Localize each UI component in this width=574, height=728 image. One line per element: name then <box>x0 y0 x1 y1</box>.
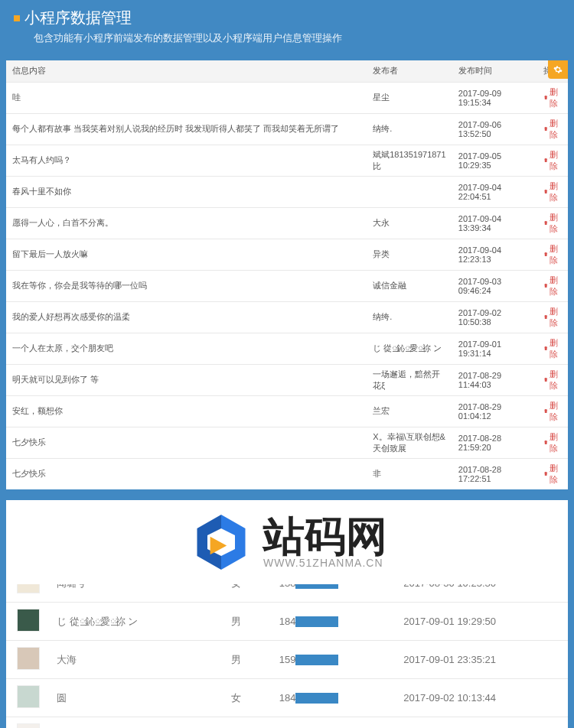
table-row: 每个人都有故事 当我笑着对别人说我的经历时 我发现听得人都笑了 而我却笑着无所谓… <box>6 113 568 145</box>
cell-content: 七夕快乐 <box>6 458 367 489</box>
delete-button[interactable]: 删除 <box>543 86 562 109</box>
table-row: 大海 男 159 2017-09-01 23:35:21 <box>6 641 568 679</box>
settings-button[interactable] <box>548 60 568 79</box>
delete-button[interactable]: 删除 <box>543 306 562 329</box>
cell-content: 我在等你，你会是我等待的哪一位吗 <box>6 270 367 301</box>
trash-icon <box>543 408 548 414</box>
cell-content: 明天就可以见到你了 等 <box>6 364 367 395</box>
delete-button[interactable]: 删除 <box>543 400 562 423</box>
delete-label: 删除 <box>550 180 562 203</box>
cell-gender: 男 <box>220 603 269 641</box>
delete-button[interactable]: 删除 <box>543 463 562 486</box>
trash-icon <box>543 314 548 320</box>
page-title: 小程序数据管理 <box>24 8 132 28</box>
watermark-overlay: 站码网 WWW.51ZHANMA.CN <box>6 500 568 584</box>
cell-time: 2017-09-03 09:46:24 <box>452 270 537 301</box>
posts-table: 信息内容 发布者 发布时间 操作 哇 星尘 2017-09-09 19:15:3… <box>6 60 568 489</box>
delete-button[interactable]: 删除 <box>543 275 562 297</box>
table-row: 纳绔. 男 134 2017-09-02 10:50:13 <box>6 717 568 729</box>
cell-phone: 184 <box>269 603 393 641</box>
cell-time: 2017-09-01 19:29:50 <box>393 603 568 641</box>
delete-label: 删除 <box>550 243 562 266</box>
delete-label: 删除 <box>550 337 562 360</box>
cell-avatar <box>6 603 52 641</box>
trash-icon <box>543 188 548 195</box>
phone-mask <box>295 693 338 704</box>
header-bullet <box>14 15 20 21</box>
cell-author: 大永 <box>367 207 452 239</box>
cell-action: 删除 <box>537 239 568 270</box>
page-header: 小程序数据管理 包含功能有小程序前端发布的数据管理以及小程序端用户信息管理操作 <box>0 0 574 56</box>
delete-button[interactable]: 删除 <box>543 337 562 360</box>
avatar <box>17 685 40 708</box>
cell-author: 诚信金融 <box>367 270 452 301</box>
cell-time: 2017-09-01 23:35:21 <box>393 641 568 679</box>
cell-author: X。幸福\互联创想&天创致展 <box>367 427 452 458</box>
watermark-text-cn: 站码网 <box>263 515 387 557</box>
cell-nickname: 大海 <box>52 641 220 679</box>
cell-gender: 男 <box>220 641 269 679</box>
avatar <box>17 647 40 670</box>
trash-icon <box>543 376 548 383</box>
table-row: 一个人在太原，交个朋友吧 じ 從꯭鈊꯭愛꯭祢 ン 2017-09-01 19:3… <box>6 333 568 364</box>
delete-label: 删除 <box>550 400 562 423</box>
cell-avatar <box>6 679 52 717</box>
cell-action: 删除 <box>537 333 568 364</box>
cell-time: 2017-09-04 13:39:34 <box>452 207 537 239</box>
posts-header-row: 信息内容 发布者 发布时间 操作 <box>6 60 568 82</box>
cell-author: じ 從꯭鈊꯭愛꯭祢 ン <box>367 333 452 364</box>
cell-gender: 男 <box>220 717 269 729</box>
cell-time: 2017-09-04 12:23:13 <box>452 239 537 270</box>
cell-phone: 159 <box>269 641 393 679</box>
cell-time: 2017-09-09 19:15:34 <box>452 82 537 113</box>
table-row: 明天就可以见到你了 等 一场邂逅，黯然开花ξ 2017-08-29 11:44:… <box>6 364 568 395</box>
cell-content: 一个人在太原，交个朋友吧 <box>6 333 367 364</box>
cell-time: 2017-09-02 10:13:44 <box>393 679 568 717</box>
delete-label: 删除 <box>550 118 562 141</box>
delete-label: 删除 <box>550 463 562 486</box>
delete-label: 删除 <box>550 431 562 454</box>
cell-action: 删除 <box>537 176 568 207</box>
table-row: 春风十里不如你 2017-09-04 22:04:51 删除 <box>6 176 568 207</box>
table-row: 安红，额想你 兰宏 2017-08-29 01:04:12 删除 <box>6 395 568 427</box>
delete-button[interactable]: 删除 <box>543 118 562 141</box>
delete-button[interactable]: 删除 <box>543 180 562 203</box>
cell-content: 每个人都有故事 当我笑着对别人说我的经历时 我发现听得人都笑了 而我却笑着无所谓… <box>6 113 367 145</box>
watermark-logo <box>187 508 256 577</box>
delete-label: 删除 <box>550 212 562 235</box>
cell-action: 删除 <box>537 301 568 333</box>
cell-content: 我的爱人好想再次感受你的温柔 <box>6 301 367 333</box>
cell-time: 2017-09-02 10:50:13 <box>393 717 568 729</box>
cell-gender: 女 <box>220 679 269 717</box>
cell-action: 删除 <box>537 207 568 239</box>
cell-avatar <box>6 641 52 679</box>
trash-icon <box>543 125 548 132</box>
delete-button[interactable]: 删除 <box>543 431 562 454</box>
cell-nickname: 纳绔. <box>52 717 220 729</box>
delete-label: 删除 <box>550 275 562 297</box>
trash-icon <box>543 251 548 258</box>
cell-author: 兰宏 <box>367 395 452 427</box>
phone-mask <box>295 655 338 665</box>
cell-action: 删除 <box>537 395 568 427</box>
posts-panel: 信息内容 发布者 发布时间 操作 哇 星尘 2017-09-09 19:15:3… <box>6 60 568 489</box>
cell-time: 2017-08-29 11:44:03 <box>452 364 537 395</box>
cell-author: 星尘 <box>367 82 452 113</box>
watermark-text-en: WWW.51ZHANMA.CN <box>263 557 387 569</box>
cell-content: 哇 <box>6 82 367 113</box>
table-row: 七夕快乐 X。幸福\互联创想&天创致展 2017-08-28 21:59:20 … <box>6 427 568 458</box>
cell-action: 删除 <box>537 145 568 176</box>
col-time: 发布时间 <box>452 60 537 82</box>
table-row: 哇 星尘 2017-09-09 19:15:34 删除 <box>6 82 568 113</box>
cell-author: 纳绔. <box>367 301 452 333</box>
cell-author: 非 <box>367 458 452 489</box>
trash-icon <box>543 470 548 477</box>
delete-button[interactable]: 删除 <box>543 369 562 392</box>
delete-button[interactable]: 删除 <box>543 212 562 235</box>
delete-label: 删除 <box>550 369 562 392</box>
cell-action: 删除 <box>537 270 568 301</box>
delete-button[interactable]: 删除 <box>543 243 562 266</box>
cell-action: 删除 <box>537 458 568 489</box>
cell-nickname: じ 從꯭鈊꯭愛꯭祢 ン <box>52 603 220 641</box>
delete-button[interactable]: 删除 <box>543 149 562 172</box>
